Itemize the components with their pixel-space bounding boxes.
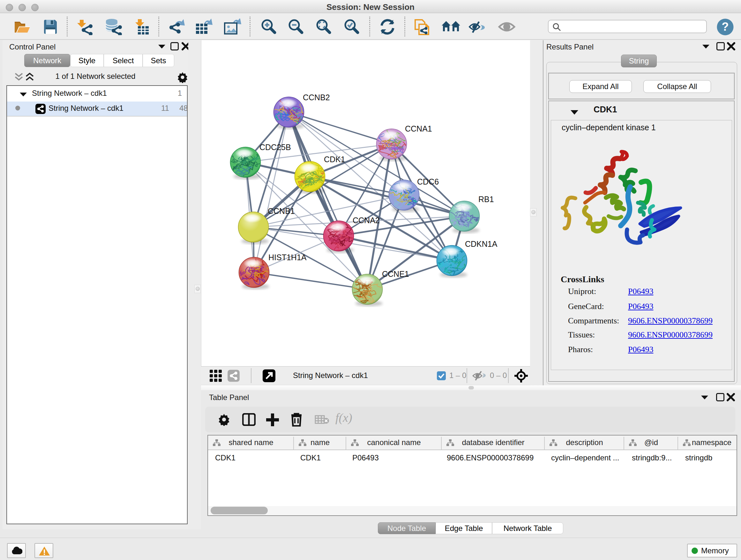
svg-text:CDKN1A: CDKN1A [465, 240, 497, 248]
svg-text:CCNA1: CCNA1 [405, 124, 432, 133]
svg-text:?: ? [722, 20, 729, 33]
svg-text:RB1: RB1 [478, 195, 494, 204]
svg-text:CCNE1: CCNE1 [382, 269, 409, 278]
svg-text:CCNA2: CCNA2 [353, 216, 380, 225]
svg-text:CCNB1: CCNB1 [268, 206, 295, 215]
svg-text:CCNB2: CCNB2 [303, 93, 330, 102]
svg-text:HIST1H1A: HIST1H1A [268, 253, 307, 262]
svg-text:CDC6: CDC6 [417, 177, 439, 186]
svg-text:CDK1: CDK1 [324, 155, 345, 164]
svg-text:CDC25B: CDC25B [259, 143, 291, 152]
